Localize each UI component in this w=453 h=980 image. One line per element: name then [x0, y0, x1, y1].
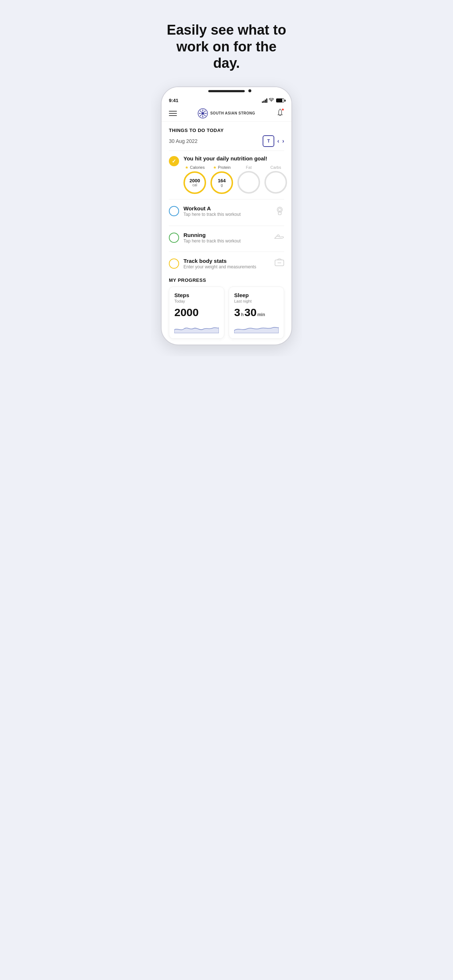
- signal-icon: [262, 99, 267, 103]
- hero-title: Easily see what to work on for the day.: [162, 22, 291, 72]
- protein-star-icon: ★: [213, 165, 217, 170]
- svg-point-11: [205, 115, 206, 116]
- calories-value: 2000: [190, 178, 200, 183]
- workout-a-sub: Tap here to track this workout: [183, 212, 271, 217]
- steps-chart: [174, 322, 219, 333]
- svg-point-8: [199, 113, 200, 114]
- nutrition-circles: ★ Calories 2000 cal ★: [183, 165, 287, 194]
- svg-point-15: [278, 208, 281, 211]
- divider-1: [169, 199, 284, 199]
- steps-value: 2000: [174, 306, 219, 319]
- carbs-item: Carbs: [265, 165, 287, 194]
- phone-wrapper: 9:41: [151, 83, 302, 356]
- app-content: THINGS TO DO TODAY 30 Aug 2022 T ‹ › ✓ Y…: [161, 122, 292, 345]
- workout-a-title: Workout A: [183, 205, 271, 212]
- protein-label: Protein: [218, 165, 231, 170]
- carbs-label: Carbs: [270, 165, 281, 170]
- workout-a-circle: [169, 206, 179, 216]
- sleep-card-sub: Last night: [234, 299, 279, 303]
- progress-cards: Steps Today 2000 Sleep Last nigh: [169, 286, 284, 339]
- fat-circle: [238, 171, 260, 194]
- svg-point-6: [203, 110, 204, 110]
- body-stats-content: Track body stats Enter your weight and m…: [183, 258, 270, 269]
- prev-day-button[interactable]: ‹: [277, 138, 279, 145]
- sleep-card[interactable]: Sleep Last night 3 h 30 min: [229, 286, 284, 339]
- body-stats-item[interactable]: Track body stats Enter your weight and m…: [169, 255, 284, 272]
- calories-unit: cal: [193, 183, 197, 187]
- sleep-card-title: Sleep: [234, 292, 279, 298]
- status-bar: 9:41: [161, 87, 292, 105]
- notification-bell[interactable]: [276, 108, 284, 118]
- app-header: SOUTH ASIAN STRONG: [161, 105, 292, 122]
- nutrition-content: You hit your daily nutrition goal! ★ Cal…: [183, 155, 287, 194]
- divider-2: [169, 226, 284, 226]
- fat-item: Fat: [238, 165, 260, 194]
- workout-a-item[interactable]: Workout A Tap here to track this workout: [169, 202, 284, 221]
- date-navigation: T ‹ ›: [263, 135, 284, 147]
- sleep-min-label: min: [257, 312, 265, 317]
- svg-point-13: [200, 115, 201, 116]
- svg-point-9: [206, 113, 207, 114]
- svg-point-12: [205, 110, 206, 111]
- nutrition-check-circle: ✓: [169, 156, 179, 166]
- logo-area: SOUTH ASIAN STRONG: [198, 108, 255, 118]
- notch-bar: [208, 90, 245, 92]
- status-time: 9:41: [169, 98, 179, 103]
- running-circle: [169, 232, 179, 243]
- sleep-h-label: h: [241, 312, 244, 317]
- nutrition-goal-item[interactable]: ✓ You hit your daily nutrition goal! ★ C…: [169, 155, 284, 194]
- sleep-hours: 3: [234, 306, 240, 319]
- running-shoe-icon: [274, 232, 284, 242]
- running-content: Running Tap here to track this workout: [183, 232, 270, 243]
- protein-circle: 164 g: [211, 171, 233, 194]
- svg-point-14: [277, 207, 282, 212]
- running-title: Running: [183, 232, 270, 238]
- calories-circle: 2000 cal: [183, 171, 206, 194]
- date-row: 30 Aug 2022 T ‹ ›: [169, 135, 284, 151]
- phone-frame: 9:41: [161, 86, 292, 345]
- running-sub: Tap here to track this workout: [183, 239, 270, 243]
- protein-unit: g: [221, 183, 223, 187]
- nutrition-title: You hit your daily nutrition goal!: [183, 155, 287, 162]
- calories-label: Calories: [190, 165, 205, 170]
- status-icons: [262, 98, 284, 103]
- body-stats-circle: [169, 258, 179, 269]
- steps-card[interactable]: Steps Today 2000: [169, 286, 224, 339]
- divider-3: [169, 251, 284, 252]
- steps-card-title: Steps: [174, 292, 219, 298]
- svg-point-7: [203, 116, 204, 117]
- steps-card-sub: Today: [174, 299, 219, 303]
- hero-section: Easily see what to work on for the day.: [151, 0, 302, 83]
- current-date: 30 Aug 2022: [169, 138, 198, 144]
- logo-icon: [198, 108, 208, 118]
- carbs-circle: [265, 171, 287, 194]
- sleep-chart: [234, 322, 279, 333]
- today-button[interactable]: T: [263, 135, 274, 147]
- kettlebell-icon: [275, 206, 284, 218]
- body-stats-sub: Enter your weight and measurements: [183, 264, 270, 269]
- scale-icon: [274, 258, 284, 269]
- protein-item: ★ Protein 164 g: [211, 165, 233, 194]
- next-day-button[interactable]: ›: [282, 138, 284, 145]
- svg-point-10: [200, 110, 201, 111]
- calories-item: ★ Calories 2000 cal: [183, 165, 206, 194]
- workout-a-content: Workout A Tap here to track this workout: [183, 205, 271, 217]
- running-item[interactable]: Running Tap here to track this workout: [169, 229, 284, 247]
- hamburger-menu[interactable]: [169, 111, 177, 116]
- fat-label: Fat: [246, 165, 252, 170]
- calories-star-icon: ★: [185, 165, 188, 170]
- progress-title: MY PROGRESS: [169, 277, 284, 283]
- body-stats-title: Track body stats: [183, 258, 270, 264]
- sleep-value: 3 h 30 min: [234, 306, 279, 319]
- protein-value: 164: [218, 178, 226, 183]
- section-title: THINGS TO DO TODAY: [169, 127, 284, 133]
- logo-text: SOUTH ASIAN STRONG: [210, 111, 255, 115]
- notch-dot: [248, 89, 251, 92]
- battery-icon: [276, 99, 284, 102]
- progress-section: MY PROGRESS Steps Today 2000: [169, 277, 284, 339]
- wifi-icon: [269, 98, 274, 103]
- sleep-minutes: 30: [244, 306, 257, 319]
